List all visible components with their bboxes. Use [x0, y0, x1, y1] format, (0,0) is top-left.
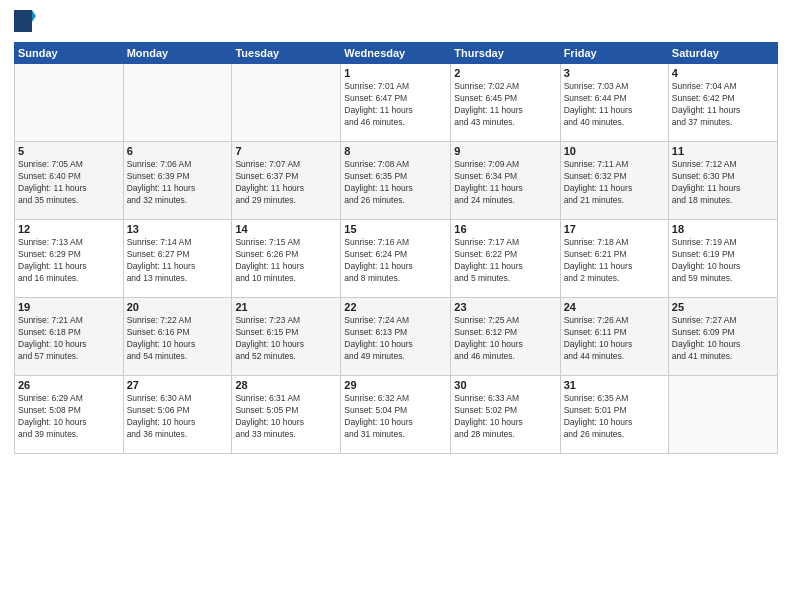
svg-marker-1 [32, 10, 36, 22]
day-number: 24 [564, 301, 665, 313]
day-info: Sunrise: 6:30 AM Sunset: 5:06 PM Dayligh… [127, 393, 229, 441]
day-number: 16 [454, 223, 556, 235]
day-number: 19 [18, 301, 120, 313]
day-info: Sunrise: 7:22 AM Sunset: 6:16 PM Dayligh… [127, 315, 229, 363]
calendar-cell: 6Sunrise: 7:06 AM Sunset: 6:39 PM Daylig… [123, 142, 232, 220]
calendar-cell: 29Sunrise: 6:32 AM Sunset: 5:04 PM Dayli… [341, 376, 451, 454]
day-info: Sunrise: 7:01 AM Sunset: 6:47 PM Dayligh… [344, 81, 447, 129]
page: SundayMondayTuesdayWednesdayThursdayFrid… [0, 0, 792, 612]
day-info: Sunrise: 6:31 AM Sunset: 5:05 PM Dayligh… [235, 393, 337, 441]
day-number: 28 [235, 379, 337, 391]
calendar-cell [668, 376, 777, 454]
day-number: 17 [564, 223, 665, 235]
svg-rect-0 [14, 10, 32, 32]
calendar-cell: 30Sunrise: 6:33 AM Sunset: 5:02 PM Dayli… [451, 376, 560, 454]
day-info: Sunrise: 7:18 AM Sunset: 6:21 PM Dayligh… [564, 237, 665, 285]
day-number: 13 [127, 223, 229, 235]
calendar-cell: 21Sunrise: 7:23 AM Sunset: 6:15 PM Dayli… [232, 298, 341, 376]
col-header-sunday: Sunday [15, 43, 124, 64]
calendar-cell: 3Sunrise: 7:03 AM Sunset: 6:44 PM Daylig… [560, 64, 668, 142]
day-info: Sunrise: 7:12 AM Sunset: 6:30 PM Dayligh… [672, 159, 774, 207]
calendar-cell: 16Sunrise: 7:17 AM Sunset: 6:22 PM Dayli… [451, 220, 560, 298]
day-info: Sunrise: 7:16 AM Sunset: 6:24 PM Dayligh… [344, 237, 447, 285]
day-info: Sunrise: 6:29 AM Sunset: 5:08 PM Dayligh… [18, 393, 120, 441]
day-info: Sunrise: 7:11 AM Sunset: 6:32 PM Dayligh… [564, 159, 665, 207]
calendar-cell: 28Sunrise: 6:31 AM Sunset: 5:05 PM Dayli… [232, 376, 341, 454]
calendar-cell: 14Sunrise: 7:15 AM Sunset: 6:26 PM Dayli… [232, 220, 341, 298]
day-info: Sunrise: 7:13 AM Sunset: 6:29 PM Dayligh… [18, 237, 120, 285]
calendar-cell: 10Sunrise: 7:11 AM Sunset: 6:32 PM Dayli… [560, 142, 668, 220]
day-info: Sunrise: 7:21 AM Sunset: 6:18 PM Dayligh… [18, 315, 120, 363]
calendar-cell: 20Sunrise: 7:22 AM Sunset: 6:16 PM Dayli… [123, 298, 232, 376]
day-info: Sunrise: 6:32 AM Sunset: 5:04 PM Dayligh… [344, 393, 447, 441]
day-info: Sunrise: 7:09 AM Sunset: 6:34 PM Dayligh… [454, 159, 556, 207]
col-header-tuesday: Tuesday [232, 43, 341, 64]
col-header-monday: Monday [123, 43, 232, 64]
day-number: 22 [344, 301, 447, 313]
day-number: 29 [344, 379, 447, 391]
calendar-week-row: 12Sunrise: 7:13 AM Sunset: 6:29 PM Dayli… [15, 220, 778, 298]
day-number: 27 [127, 379, 229, 391]
day-info: Sunrise: 7:06 AM Sunset: 6:39 PM Dayligh… [127, 159, 229, 207]
day-number: 14 [235, 223, 337, 235]
calendar-cell: 27Sunrise: 6:30 AM Sunset: 5:06 PM Dayli… [123, 376, 232, 454]
calendar-cell: 18Sunrise: 7:19 AM Sunset: 6:19 PM Dayli… [668, 220, 777, 298]
calendar-week-row: 26Sunrise: 6:29 AM Sunset: 5:08 PM Dayli… [15, 376, 778, 454]
calendar-cell: 23Sunrise: 7:25 AM Sunset: 6:12 PM Dayli… [451, 298, 560, 376]
calendar-cell: 11Sunrise: 7:12 AM Sunset: 6:30 PM Dayli… [668, 142, 777, 220]
logo [14, 10, 36, 36]
day-info: Sunrise: 7:19 AM Sunset: 6:19 PM Dayligh… [672, 237, 774, 285]
calendar-cell: 4Sunrise: 7:04 AM Sunset: 6:42 PM Daylig… [668, 64, 777, 142]
day-info: Sunrise: 7:15 AM Sunset: 6:26 PM Dayligh… [235, 237, 337, 285]
day-number: 2 [454, 67, 556, 79]
calendar-cell: 31Sunrise: 6:35 AM Sunset: 5:01 PM Dayli… [560, 376, 668, 454]
day-info: Sunrise: 7:26 AM Sunset: 6:11 PM Dayligh… [564, 315, 665, 363]
calendar-cell: 26Sunrise: 6:29 AM Sunset: 5:08 PM Dayli… [15, 376, 124, 454]
calendar-cell: 8Sunrise: 7:08 AM Sunset: 6:35 PM Daylig… [341, 142, 451, 220]
day-number: 23 [454, 301, 556, 313]
day-number: 30 [454, 379, 556, 391]
day-info: Sunrise: 7:27 AM Sunset: 6:09 PM Dayligh… [672, 315, 774, 363]
day-number: 12 [18, 223, 120, 235]
calendar-cell: 12Sunrise: 7:13 AM Sunset: 6:29 PM Dayli… [15, 220, 124, 298]
day-info: Sunrise: 7:05 AM Sunset: 6:40 PM Dayligh… [18, 159, 120, 207]
day-number: 25 [672, 301, 774, 313]
day-number: 1 [344, 67, 447, 79]
day-number: 5 [18, 145, 120, 157]
day-number: 11 [672, 145, 774, 157]
day-number: 3 [564, 67, 665, 79]
day-number: 26 [18, 379, 120, 391]
calendar-cell: 24Sunrise: 7:26 AM Sunset: 6:11 PM Dayli… [560, 298, 668, 376]
calendar-cell: 2Sunrise: 7:02 AM Sunset: 6:45 PM Daylig… [451, 64, 560, 142]
logo-icon [14, 10, 36, 36]
day-number: 21 [235, 301, 337, 313]
calendar-cell: 13Sunrise: 7:14 AM Sunset: 6:27 PM Dayli… [123, 220, 232, 298]
calendar-header-row: SundayMondayTuesdayWednesdayThursdayFrid… [15, 43, 778, 64]
calendar-table: SundayMondayTuesdayWednesdayThursdayFrid… [14, 42, 778, 454]
calendar-cell [15, 64, 124, 142]
day-info: Sunrise: 6:33 AM Sunset: 5:02 PM Dayligh… [454, 393, 556, 441]
calendar-week-row: 19Sunrise: 7:21 AM Sunset: 6:18 PM Dayli… [15, 298, 778, 376]
calendar-cell [123, 64, 232, 142]
day-info: Sunrise: 6:35 AM Sunset: 5:01 PM Dayligh… [564, 393, 665, 441]
calendar-cell [232, 64, 341, 142]
calendar-week-row: 5Sunrise: 7:05 AM Sunset: 6:40 PM Daylig… [15, 142, 778, 220]
day-number: 9 [454, 145, 556, 157]
calendar-cell: 25Sunrise: 7:27 AM Sunset: 6:09 PM Dayli… [668, 298, 777, 376]
day-number: 10 [564, 145, 665, 157]
calendar-cell: 22Sunrise: 7:24 AM Sunset: 6:13 PM Dayli… [341, 298, 451, 376]
day-info: Sunrise: 7:17 AM Sunset: 6:22 PM Dayligh… [454, 237, 556, 285]
calendar-cell: 9Sunrise: 7:09 AM Sunset: 6:34 PM Daylig… [451, 142, 560, 220]
day-info: Sunrise: 7:23 AM Sunset: 6:15 PM Dayligh… [235, 315, 337, 363]
calendar-cell: 1Sunrise: 7:01 AM Sunset: 6:47 PM Daylig… [341, 64, 451, 142]
day-info: Sunrise: 7:04 AM Sunset: 6:42 PM Dayligh… [672, 81, 774, 129]
day-info: Sunrise: 7:24 AM Sunset: 6:13 PM Dayligh… [344, 315, 447, 363]
day-info: Sunrise: 7:03 AM Sunset: 6:44 PM Dayligh… [564, 81, 665, 129]
calendar-week-row: 1Sunrise: 7:01 AM Sunset: 6:47 PM Daylig… [15, 64, 778, 142]
day-info: Sunrise: 7:25 AM Sunset: 6:12 PM Dayligh… [454, 315, 556, 363]
day-info: Sunrise: 7:14 AM Sunset: 6:27 PM Dayligh… [127, 237, 229, 285]
day-number: 20 [127, 301, 229, 313]
header [14, 10, 778, 36]
calendar-cell: 19Sunrise: 7:21 AM Sunset: 6:18 PM Dayli… [15, 298, 124, 376]
day-info: Sunrise: 7:07 AM Sunset: 6:37 PM Dayligh… [235, 159, 337, 207]
